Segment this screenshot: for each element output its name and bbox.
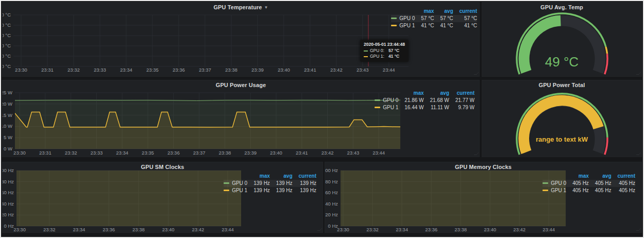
tooltip-row: GPU 0: 57 °C [364, 48, 405, 54]
svg-text:23:32: 23:32 [366, 227, 379, 232]
svg-text:23:34: 23:34 [120, 67, 132, 73]
legend-value: 16.44 W [398, 104, 423, 111]
legend-header-max[interactable]: max [415, 8, 434, 15]
tooltip: 2020-05-01 23:44:48 GPU 0: 57 °C GPU 1: … [360, 40, 409, 62]
legend-series-gpu1[interactable]: GPU 1 [543, 187, 566, 194]
legend-value: 139 Hz [270, 187, 293, 194]
legend-value: 139 Hz [270, 180, 293, 187]
svg-text:25 W: 25 W [3, 90, 12, 95]
svg-text:23:44: 23:44 [543, 227, 555, 232]
svg-text:0 °C: 0 °C [3, 63, 11, 69]
legend-series-gpu0[interactable]: GPU 0 [391, 15, 415, 22]
temperature-legend: max avg current GPU 0 57 °C 57 °C 57 °C … [391, 8, 477, 29]
legend-header-row: max avg current [224, 173, 316, 180]
svg-text:23:31: 23:31 [39, 150, 52, 156]
svg-text:23:39: 23:39 [251, 67, 264, 73]
legend-value: 405 Hz [612, 187, 635, 194]
legend-value: 139 Hz [293, 180, 316, 187]
legend-value: 21.68 W [424, 97, 449, 104]
svg-text:23:40: 23:40 [278, 67, 290, 73]
legend-value: 405 Hz [589, 180, 612, 187]
svg-text:23:36: 23:36 [425, 227, 437, 232]
panel-gpu-avg-temp: GPU Avg. Temp 49 °C [482, 2, 642, 77]
power-usage-legend: max avg current GPU 0 21.86 W 21.68 W 21… [375, 90, 474, 111]
series-marker [224, 182, 229, 184]
legend-header-avg[interactable]: avg [434, 8, 453, 15]
panel-gpu-power-total: GPU Power Total range to text kW [482, 80, 642, 157]
legend-row-gpu1: GPU 1 16.44 W 11.11 W 9.79 W [375, 104, 474, 111]
svg-text:23:42: 23:42 [513, 227, 526, 232]
svg-text:23:33: 23:33 [94, 67, 106, 73]
svg-text:23:42: 23:42 [321, 150, 334, 156]
svg-text:0 Hz: 0 Hz [4, 223, 14, 229]
svg-text:23:43: 23:43 [347, 150, 359, 156]
legend-header-current[interactable]: current [453, 8, 477, 15]
legend-header-avg[interactable]: avg [589, 173, 612, 180]
legend-series-gpu1[interactable]: GPU 1 [391, 22, 415, 29]
legend-header-avg[interactable]: avg [270, 173, 293, 180]
memory-clocks-legend: max avg current GPU 0 405 Hz 405 Hz 405 … [543, 173, 635, 194]
legend-series-gpu0[interactable]: GPU 0 [375, 97, 398, 104]
tooltip-row: GPU 1: 41 °C [364, 54, 405, 59]
legend-value: 405 Hz [566, 180, 589, 187]
svg-text:15 W: 15 W [3, 112, 12, 118]
legend-series-gpu1[interactable]: GPU 1 [224, 187, 247, 194]
legend-header-row: max avg current [391, 8, 477, 15]
legend-series-gpu0[interactable]: GPU 0 [543, 180, 566, 187]
svg-text:23:42: 23:42 [192, 227, 204, 232]
svg-text:60 Hz: 60 Hz [325, 190, 338, 195]
legend-series-gpu1[interactable]: GPU 1 [375, 104, 398, 111]
svg-text:23:34: 23:34 [116, 150, 128, 156]
svg-text:60 Hz: 60 Hz [3, 190, 14, 195]
legend-row-gpu0: GPU 0 57 °C 57 °C 57 °C [391, 15, 477, 22]
svg-text:23:41: 23:41 [296, 150, 308, 156]
legend-header-current[interactable]: current [449, 90, 474, 97]
legend-row-gpu1: GPU 1 139 Hz 139 Hz 139 Hz [224, 187, 316, 194]
legend-value: 41 °C [434, 22, 453, 29]
legend-header-avg[interactable]: avg [424, 90, 449, 97]
svg-text:23:42: 23:42 [330, 67, 343, 73]
svg-text:23:36: 23:36 [103, 227, 115, 232]
series-dash-icon [364, 50, 368, 52]
series-marker [543, 190, 548, 191]
legend-header-current[interactable]: current [293, 173, 316, 180]
legend-header-current[interactable]: current [612, 173, 635, 180]
legend-series-gpu0[interactable]: GPU 0 [224, 180, 247, 187]
svg-text:23:30: 23:30 [337, 227, 349, 232]
series-dash-icon [364, 56, 368, 57]
legend-value: 405 Hz [589, 187, 612, 194]
legend-header-max[interactable]: max [247, 173, 270, 180]
svg-text:23:38: 23:38 [454, 227, 467, 232]
legend-value: 41 °C [415, 22, 434, 29]
legend-row-gpu1: GPU 1 405 Hz 405 Hz 405 Hz [543, 187, 635, 194]
svg-text:23:38: 23:38 [218, 150, 231, 156]
svg-text:23:38: 23:38 [225, 67, 238, 73]
series-marker [391, 25, 397, 26]
svg-text:23:44: 23:44 [372, 150, 385, 156]
legend-value: 21.86 W [398, 97, 423, 104]
legend-value: 139 Hz [247, 180, 270, 187]
series-marker [375, 107, 380, 108]
svg-text:23:31: 23:31 [41, 67, 54, 73]
legend-row-gpu0: GPU 0 21.86 W 21.68 W 21.77 W [375, 97, 474, 104]
legend-value: 405 Hz [612, 180, 635, 187]
svg-text:23:32: 23:32 [43, 227, 56, 232]
gauge-value-text: range to text kW [482, 135, 641, 143]
svg-text:23:43: 23:43 [357, 67, 369, 73]
legend-header-max[interactable]: max [566, 173, 589, 180]
svg-text:23:40: 23:40 [484, 227, 496, 232]
svg-text:23:32: 23:32 [67, 67, 80, 73]
svg-text:100 °C: 100 °C [3, 12, 11, 18]
svg-text:23:34: 23:34 [396, 227, 408, 232]
svg-text:23:39: 23:39 [244, 150, 257, 156]
svg-text:20 Hz: 20 Hz [3, 212, 14, 217]
svg-text:0 W: 0 W [4, 146, 12, 151]
svg-text:40 Hz: 40 Hz [3, 201, 14, 207]
svg-text:20 °C: 20 °C [3, 53, 11, 59]
svg-text:23:37: 23:37 [193, 150, 206, 156]
legend-header-max[interactable]: max [398, 90, 423, 97]
svg-text:40 Hz: 40 Hz [325, 201, 338, 207]
legend-value: 57 °C [453, 15, 477, 22]
svg-text:23:40: 23:40 [162, 227, 175, 232]
grafana-dashboard: GPU Temperature▼ 0 °C20 °C40 °C60 °C80 °… [0, 0, 644, 238]
